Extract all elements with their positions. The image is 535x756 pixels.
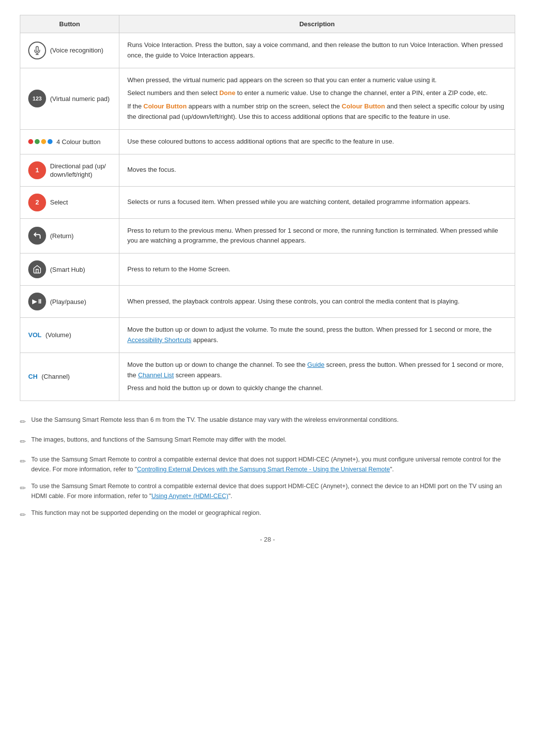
colour-icon <box>28 139 53 144</box>
directional-description: Moves the focus. <box>127 165 507 175</box>
note-text-1: Use the Samsung Smart Remote less than 6… <box>31 415 399 425</box>
voice-icon <box>28 42 46 59</box>
play-description: When pressed, the playback controls appe… <box>127 297 507 307</box>
table-row: 2 Select Selects or runs a focused item.… <box>20 186 515 218</box>
button-cell-123: 123 (Virtual numeric pad) <box>28 90 111 107</box>
button-cell-smarthub: (Smart Hub) <box>28 260 111 278</box>
ch-sublabel: (Channel) <box>42 373 70 380</box>
button-cell-dir: 1 Directional pad (up/ down/left/right) <box>28 161 111 179</box>
column-header-button: Button <box>20 15 119 33</box>
button-cell-select: 2 Select <box>28 194 111 211</box>
note-icon-3: ✏ <box>20 455 26 467</box>
return-label: (Return) <box>50 232 74 240</box>
directional-icon: 1 <box>28 161 46 179</box>
return-icon <box>28 227 46 245</box>
button-cell-ch: CH (Channel) <box>28 373 111 380</box>
vol-sublabel: (Volume) <box>46 331 71 339</box>
note-icon-4: ✏ <box>20 482 26 494</box>
play-icon: ▶⏸ <box>28 293 46 310</box>
colour-description: Use these coloured buttons to access add… <box>127 137 507 147</box>
table-row: 4 Colour button Use these coloured butto… <box>20 129 515 154</box>
button-cell-vol: VOL (Volume) <box>28 331 111 339</box>
dot-red <box>28 139 33 144</box>
numeric-desc-1: When pressed, the virtual numeric pad ap… <box>127 75 507 86</box>
numeric-icon: 123 <box>28 90 46 107</box>
accessibility-shortcuts-link[interactable]: Accessibility Shortcuts <box>127 336 191 344</box>
smarthub-icon <box>28 260 46 278</box>
voice-description: Runs Voice Interaction. Press the button… <box>127 40 507 61</box>
colour-label: 4 Colour button <box>56 138 101 146</box>
dot-green <box>35 139 40 144</box>
note-3: ✏ To use the Samsung Smart Remote to con… <box>20 454 515 474</box>
column-header-description: Description <box>119 15 515 33</box>
main-table: Button Description (Voice recognition) <box>20 15 515 401</box>
table-row: (Voice recognition) Runs Voice Interacti… <box>20 33 515 68</box>
select-description: Selects or runs a focused item. When pre… <box>127 197 507 207</box>
button-cell-colour: 4 Colour button <box>28 138 111 146</box>
button-cell-return: (Return) <box>28 227 111 245</box>
voice-label: (Voice recognition) <box>50 47 104 54</box>
note-4: ✏ To use the Samsung Smart Remote to con… <box>20 481 515 501</box>
button-cell-play: ▶⏸ (Play/pause) <box>28 293 111 310</box>
table-row: CH (Channel) Move the button up or down … <box>20 353 515 401</box>
button-cell-voice: (Voice recognition) <box>28 42 111 59</box>
table-row: 123 (Virtual numeric pad) When pressed, … <box>20 68 515 129</box>
table-row: 1 Directional pad (up/ down/left/right) … <box>20 154 515 186</box>
smarthub-description: Press to return to the Home Screen. <box>127 264 507 275</box>
directional-label-container: Directional pad (up/ down/left/right) <box>50 162 106 178</box>
guide-link[interactable]: Guide <box>307 361 324 368</box>
note-5: ✏ This function may not be supported dep… <box>20 508 515 521</box>
note-text-2: The images, buttons, and functions of th… <box>31 435 286 445</box>
play-label: (Play/pause) <box>50 298 86 305</box>
numeric-desc-2: Select numbers and then select Done to e… <box>127 88 507 99</box>
dot-blue <box>48 139 53 144</box>
notes-section: ✏ Use the Samsung Smart Remote less than… <box>20 415 515 521</box>
vol-label: VOL <box>28 331 42 339</box>
done-link[interactable]: Done <box>219 89 236 97</box>
return-description: Press to return to the previous menu. Wh… <box>127 226 507 247</box>
select-icon: 2 <box>28 194 46 211</box>
ch-description-2: Press and hold the button up or down to … <box>127 383 507 394</box>
channel-list-link[interactable]: Channel List <box>138 371 174 379</box>
note-icon-2: ✏ <box>20 436 26 448</box>
note-icon-5: ✏ <box>20 509 26 521</box>
external-devices-link[interactable]: Controlling External Devices with the Sa… <box>137 466 390 473</box>
table-row: (Smart Hub) Press to return to the Home … <box>20 253 515 286</box>
note-icon-1: ✏ <box>20 416 26 428</box>
ch-description-1: Move the button up or down to change the… <box>127 360 507 381</box>
anynet-link[interactable]: Using Anynet+ (HDMI-CEC) <box>152 493 228 500</box>
table-row: ▶⏸ (Play/pause) When pressed, the playba… <box>20 286 515 318</box>
select-label: Select <box>50 199 68 206</box>
table-row: (Return) Press to return to the previous… <box>20 218 515 253</box>
colour-button-link-2[interactable]: Colour Button <box>342 102 385 110</box>
numeric-desc-3: If the Colour Button appears with a numb… <box>127 101 507 122</box>
note-text-5: This function may not be supported depen… <box>31 508 261 518</box>
ch-label: CH <box>28 373 38 380</box>
colour-button-link-1[interactable]: Colour Button <box>144 102 187 110</box>
dot-yellow <box>41 139 46 144</box>
note-text-3: To use the Samsung Smart Remote to contr… <box>31 454 515 474</box>
table-row: VOL (Volume) Move the button up or down … <box>20 318 515 353</box>
page-number: - 28 - <box>20 536 515 543</box>
note-2: ✏ The images, buttons, and functions of … <box>20 435 515 448</box>
vol-description: Move the button up or down to adjust the… <box>127 325 507 346</box>
note-1: ✏ Use the Samsung Smart Remote less than… <box>20 415 515 428</box>
smarthub-label: (Smart Hub) <box>50 266 85 273</box>
note-text-4: To use the Samsung Smart Remote to contr… <box>31 481 515 501</box>
directional-label: Directional pad (up/ <box>50 162 106 170</box>
numeric-label: (Virtual numeric pad) <box>50 95 109 102</box>
directional-label-2: down/left/right) <box>50 171 106 178</box>
